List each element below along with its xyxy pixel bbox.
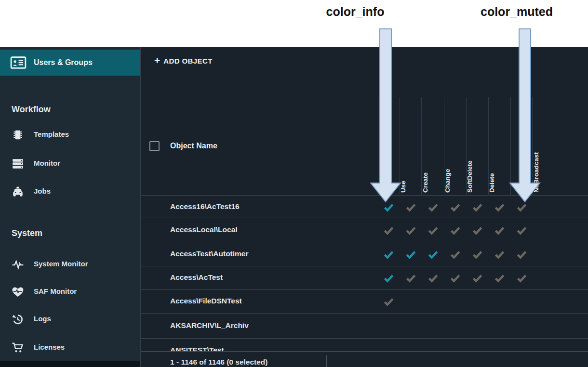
sidebar-item-label: System Monitor	[34, 260, 88, 268]
column-label-softdelete: SoftDelete	[466, 160, 473, 193]
permission-check-muted[interactable]	[383, 224, 394, 236]
permission-check-muted[interactable]	[494, 273, 505, 284]
pulse-icon	[12, 258, 24, 271]
cart-icon	[12, 341, 24, 354]
permission-check-muted[interactable]	[494, 224, 505, 236]
app-root: color_info color_muted Users & Groups Wo…	[0, 0, 588, 367]
sidebar-item-label: Users & Groups	[34, 58, 93, 67]
sidebar-item-jobs[interactable]: Jobs	[0, 182, 140, 201]
column-label-change: Change	[444, 169, 451, 193]
pagination-status: 1 - 1146 of 1146 (0 selected)	[170, 358, 267, 367]
id-card-icon	[10, 56, 27, 69]
table-row[interactable]: AKSARCHIV\L_Archiv	[141, 314, 588, 339]
permission-check-muted[interactable]	[428, 273, 439, 284]
history-icon	[12, 313, 24, 326]
column-divider	[555, 97, 555, 196]
taxi-icon	[12, 185, 24, 198]
permission-check-muted[interactable]	[516, 249, 527, 260]
permission-check-muted[interactable]	[472, 224, 483, 236]
column-label-nobroadcast: NoBroadcast	[533, 152, 540, 193]
permission-check-muted[interactable]	[494, 201, 505, 212]
column-label-use: Use	[400, 181, 407, 193]
sidebar-item-label: Logs	[34, 315, 51, 323]
permission-check-info[interactable]	[383, 273, 394, 284]
footer-divider	[326, 355, 327, 367]
sidebar-item-users-groups[interactable]: Users & Groups	[0, 50, 140, 76]
sidebar-item-label: Licenses	[34, 343, 65, 351]
permission-check-info[interactable]	[383, 249, 394, 260]
server-icon	[12, 157, 24, 170]
permission-check-muted[interactable]	[450, 201, 461, 212]
table-row[interactable]: Access\AcTest	[141, 266, 588, 290]
main-panel: + ADD OBJECT Object Name Use Create Chan…	[140, 47, 588, 367]
object-name-cell: Access\AcTest	[170, 273, 223, 282]
sidebar-item-monitor[interactable]: Monitor	[0, 154, 140, 173]
table-row[interactable]: AccessLocal\Local	[141, 218, 588, 242]
object-name-cell: AKSARCHIV\L_Archiv	[170, 321, 249, 330]
table-row[interactable]: Access\FileDSNTest	[141, 290, 588, 314]
permission-check-muted[interactable]	[494, 249, 505, 260]
object-name-cell: AccessTest\Autotimer	[170, 249, 249, 258]
chip-icon	[12, 129, 24, 141]
permission-check-muted[interactable]	[450, 249, 461, 260]
table-header: Object Name Use Create Change SoftDelete…	[141, 47, 588, 196]
table-footer: 1 - 1146 of 1146 (0 selected)	[141, 351, 588, 367]
sidebar-item-label: Monitor	[34, 159, 60, 167]
sidebar-item-label: Jobs	[34, 187, 51, 195]
permission-check-info[interactable]	[383, 201, 394, 212]
heart-pulse-icon	[12, 286, 24, 298]
annotation-color-muted: color_muted	[468, 5, 565, 19]
permission-check-muted[interactable]	[472, 201, 483, 212]
permission-check-muted[interactable]	[516, 224, 527, 236]
column-label-delete: Delete	[488, 173, 495, 193]
object-name-cell: Access16\AcTest16	[170, 202, 240, 211]
sidebar-section-system: System	[12, 228, 42, 238]
sidebar-item-saf-monitor[interactable]: SAF Monitor	[0, 282, 140, 301]
permission-check-muted[interactable]	[516, 273, 527, 284]
permission-check-muted[interactable]	[428, 224, 439, 236]
table-row[interactable]: Access16\AcTest16	[141, 196, 588, 218]
permission-check-muted[interactable]	[405, 224, 416, 236]
permission-check-muted[interactable]	[428, 201, 439, 212]
sidebar: Users & Groups Workflow Templates	[0, 47, 140, 367]
sidebar-item-label: Templates	[34, 130, 69, 138]
sidebar-item-system-monitor[interactable]: System Monitor	[0, 255, 140, 274]
object-name-cell: Access\FileDSNTest	[170, 297, 242, 305]
permission-check-muted[interactable]	[450, 224, 461, 236]
permission-check-info[interactable]	[405, 249, 416, 260]
annotation-color-info: color_info	[307, 5, 403, 19]
permission-check-muted[interactable]	[472, 249, 483, 260]
sidebar-item-logs[interactable]: Logs	[0, 310, 140, 329]
sidebar-item-label: SAF Monitor	[34, 287, 77, 295]
sidebar-item-templates[interactable]: Templates	[0, 125, 140, 144]
permission-check-muted[interactable]	[405, 201, 416, 212]
permission-check-muted[interactable]	[516, 201, 527, 212]
object-name-cell: AccessLocal\Local	[170, 225, 238, 234]
column-divider	[510, 97, 511, 196]
select-all-checkbox[interactable]	[149, 141, 160, 151]
permission-check-muted[interactable]	[405, 273, 416, 284]
table-body: Access16\AcTest16 AccessLocal\Local Acce…	[141, 196, 588, 363]
column-label-create: Create	[422, 172, 429, 193]
sidebar-bottom-strip	[0, 361, 140, 367]
sidebar-section-workflow: Workflow	[12, 105, 51, 115]
sidebar-item-licenses[interactable]: Licenses	[0, 338, 140, 357]
column-divider	[378, 97, 378, 196]
permission-check-info[interactable]	[428, 249, 439, 260]
permission-check-muted[interactable]	[472, 273, 483, 284]
permission-check-muted[interactable]	[450, 273, 461, 284]
object-name-header[interactable]: Object Name	[170, 142, 217, 150]
permission-check-muted[interactable]	[383, 296, 394, 307]
table-row[interactable]: AccessTest\Autotimer	[141, 242, 588, 266]
